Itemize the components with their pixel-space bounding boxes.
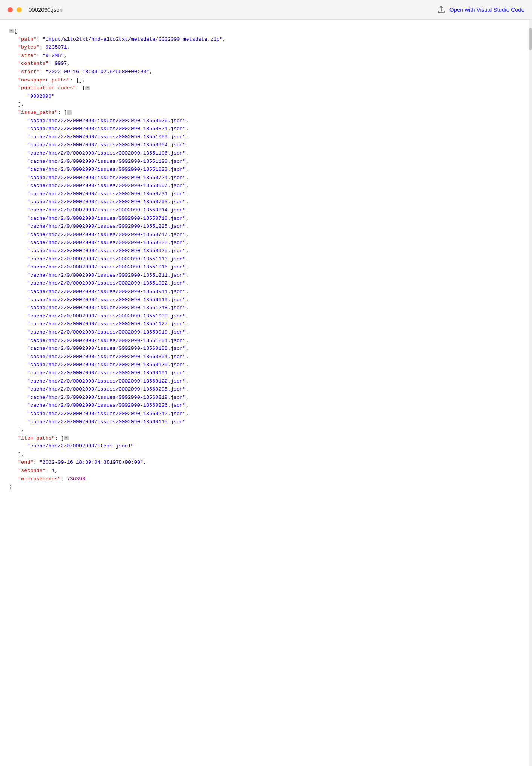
issue-path-item: "cache/hmd/2/0/0002090/issues/0002090-18…: [9, 377, 523, 386]
seconds-line: "seconds": 1,: [9, 467, 523, 475]
issue-path-item: "cache/hmd/2/0/0002090/issues/0002090-18…: [9, 174, 523, 182]
issue-path-item: "cache/hmd/2/0/0002090/issues/0002090-18…: [9, 247, 523, 255]
issue-path-item: "cache/hmd/2/0/0002090/issues/0002090-18…: [9, 190, 523, 198]
close-button[interactable]: [8, 7, 13, 12]
issue-path-item: "cache/hmd/2/0/0002090/issues/0002090-18…: [9, 418, 523, 426]
issue-path-item: "cache/hmd/2/0/0002090/issues/0002090-18…: [9, 401, 523, 410]
scrollbar-thumb[interactable]: [529, 28, 532, 50]
size-line: "size": "9.2MB",: [9, 52, 523, 60]
share-icon[interactable]: [437, 6, 445, 14]
issue-path-item: "cache/hmd/2/0/0002090/issues/0002090-18…: [9, 320, 523, 328]
issue-path-item: "cache/hmd/2/0/0002090/issues/0002090-18…: [9, 206, 523, 214]
issue-path-item: "cache/hmd/2/0/0002090/issues/0002090-18…: [9, 158, 523, 166]
json-close-brace: }: [9, 483, 523, 491]
issue-path-item: "cache/hmd/2/0/0002090/issues/0002090-18…: [9, 337, 523, 345]
issue-path-item: "cache/hmd/2/0/0002090/issues/0002090-18…: [9, 369, 523, 377]
open-vscode-button[interactable]: Open with Visual Studio Code: [449, 6, 524, 13]
issue-path-item: "cache/hmd/2/0/0002090/issues/0002090-18…: [9, 255, 523, 264]
titlebar-right: Open with Visual Studio Code: [437, 6, 524, 14]
item-paths-close: ],: [9, 450, 523, 459]
publication-codes-line: "publication_codes": [−: [9, 84, 523, 92]
issue-path-item: "cache/hmd/2/0/0002090/issues/0002090-18…: [9, 328, 523, 337]
issue-path-item: "cache/hmd/2/0/0002090/issues/0002090-18…: [9, 296, 523, 304]
issue-path-item: "cache/hmd/2/0/0002090/issues/0002090-18…: [9, 345, 523, 353]
collapse-icon-pub[interactable]: −: [85, 86, 90, 90]
newspaper-paths-line: "newspaper_paths": [],: [9, 76, 523, 84]
json-open-brace: −{: [9, 27, 523, 35]
json-content: −{ "path": "input/alto2txt/hmd-alto2txt/…: [0, 20, 532, 499]
titlebar: 0002090.json Open with Visual Studio Cod…: [0, 0, 532, 20]
issue-path-item: "cache/hmd/2/0/0002090/issues/0002090-18…: [9, 214, 523, 223]
issue-path-item: "cache/hmd/2/0/0002090/issues/0002090-18…: [9, 117, 523, 125]
issue-paths-close: ],: [9, 426, 523, 434]
item-paths-key-line: "item_paths": [−: [9, 434, 523, 443]
issue-path-item: "cache/hmd/2/0/0002090/issues/0002090-18…: [9, 222, 523, 231]
end-line: "end": "2022-09-16 18:39:04.381978+00:00…: [9, 458, 523, 467]
issue-path-item: "cache/hmd/2/0/0002090/issues/0002090-18…: [9, 182, 523, 190]
issue-paths-key-line: "issue_paths": [−: [9, 109, 523, 117]
issue-path-item: "cache/hmd/2/0/0002090/issues/0002090-18…: [9, 288, 523, 296]
pub-codes-close: ],: [9, 100, 523, 109]
issue-path-item: "cache/hmd/2/0/0002090/issues/0002090-18…: [9, 361, 523, 369]
filename-label: 0002090.json: [29, 6, 63, 13]
issue-path-item: "cache/hmd/2/0/0002090/issues/0002090-18…: [9, 312, 523, 320]
issue-path-item: "cache/hmd/2/0/0002090/issues/0002090-18…: [9, 304, 523, 312]
issue-path-item: "cache/hmd/2/0/0002090/issues/0002090-18…: [9, 198, 523, 206]
issue-path-item: "cache/hmd/2/0/0002090/issues/0002090-18…: [9, 231, 523, 239]
issue-path-item: "cache/hmd/2/0/0002090/issues/0002090-18…: [9, 263, 523, 271]
collapse-icon-item[interactable]: −: [64, 436, 69, 440]
bytes-line: "bytes": 9235071,: [9, 43, 523, 52]
issue-path-item: "cache/hmd/2/0/0002090/issues/0002090-18…: [9, 141, 523, 149]
issue-path-item: "cache/hmd/2/0/0002090/issues/0002090-18…: [9, 239, 523, 247]
issue-paths-list: "cache/hmd/2/0/0002090/issues/0002090-18…: [9, 117, 523, 426]
issue-path-item: "cache/hmd/2/0/0002090/issues/0002090-18…: [9, 394, 523, 402]
item-path-value: "cache/hmd/2/0/0002090/items.jsonl": [9, 442, 523, 450]
scrollbar[interactable]: [529, 20, 532, 766]
issue-path-item: "cache/hmd/2/0/0002090/issues/0002090-18…: [9, 279, 523, 288]
issue-path-item: "cache/hmd/2/0/0002090/issues/0002090-18…: [9, 410, 523, 418]
issue-path-item: "cache/hmd/2/0/0002090/issues/0002090-18…: [9, 165, 523, 174]
titlebar-left: 0002090.json: [8, 6, 63, 13]
issue-path-item: "cache/hmd/2/0/0002090/issues/0002090-18…: [9, 353, 523, 361]
publication-code-value: "0002090": [9, 92, 523, 101]
collapse-icon-root[interactable]: −: [9, 29, 14, 33]
issue-path-item: "cache/hmd/2/0/0002090/issues/0002090-18…: [9, 133, 523, 141]
contents-line: "contents": 9997,: [9, 60, 523, 68]
issue-path-item: "cache/hmd/2/0/0002090/issues/0002090-18…: [9, 385, 523, 394]
minimize-button[interactable]: [17, 7, 22, 12]
path-line: "path": "input/alto2txt/hmd-alto2txt/met…: [9, 35, 523, 44]
issue-path-item: "cache/hmd/2/0/0002090/issues/0002090-18…: [9, 149, 523, 158]
issue-path-item: "cache/hmd/2/0/0002090/issues/0002090-18…: [9, 271, 523, 280]
collapse-icon-issue[interactable]: −: [67, 110, 72, 115]
start-line: "start": "2022-09-16 18:39:02.645580+00:…: [9, 68, 523, 76]
microseconds-line: "microseconds": 736398: [9, 475, 523, 483]
issue-path-item: "cache/hmd/2/0/0002090/issues/0002090-18…: [9, 125, 523, 133]
